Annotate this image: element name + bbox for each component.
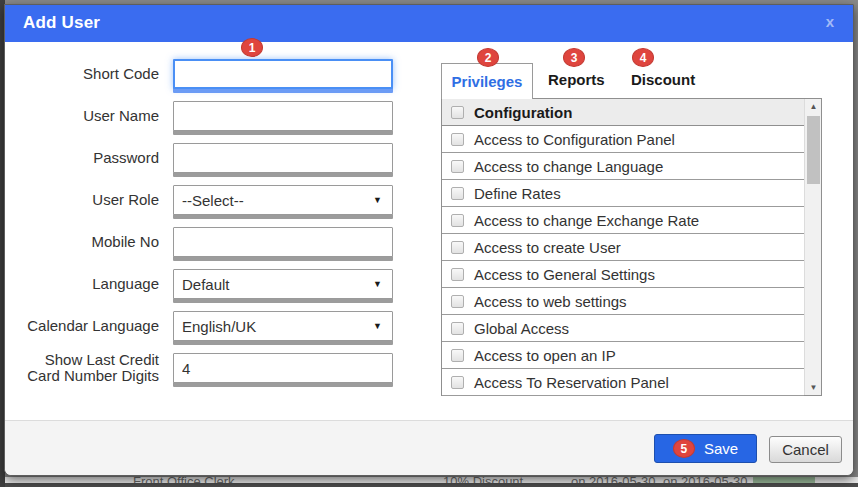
privilege-label: Access to change Exchange Rate	[474, 212, 699, 229]
form-row-user-name: User Name	[11, 95, 431, 137]
group-header-label: Configuration	[474, 104, 572, 121]
scroll-down-icon[interactable]: ▼	[805, 380, 822, 395]
step-badge-1: 1	[241, 38, 263, 57]
password-label: Password	[11, 150, 173, 167]
form-row-credit-card-digits: Show Last Credit Card Number Digits	[11, 347, 431, 389]
tab-reports[interactable]: Reports	[548, 71, 605, 88]
scroll-up-icon[interactable]: ▲	[805, 99, 822, 114]
credit-card-digits-input[interactable]	[173, 353, 393, 383]
privilege-label: Define Rates	[474, 185, 561, 202]
form-row-mobile-no: Mobile No	[11, 221, 431, 263]
user-role-selected-value: --Select--	[182, 192, 373, 209]
dialog-footer: 5 Save Cancel	[5, 420, 853, 475]
scrollbar-thumb[interactable]	[807, 116, 820, 184]
dialog-header: Add User x	[5, 5, 853, 42]
background-row-divider	[5, 483, 858, 487]
list-scrollbar[interactable]: ▲ ▼	[804, 99, 821, 395]
chevron-down-icon: ▼	[373, 279, 384, 289]
calendar-language-selected-value: English/UK	[182, 318, 373, 335]
form-row-short-code: Short Code	[11, 53, 431, 95]
form-row-calendar-language: Calendar Language English/UK ▼	[11, 305, 431, 347]
credit-card-digits-label: Show Last Credit Card Number Digits	[11, 352, 173, 385]
chevron-down-icon: ▼	[373, 195, 384, 205]
form-row-password: Password	[11, 137, 431, 179]
privilege-checkbox[interactable]	[451, 241, 464, 254]
step-badge-4: 4	[632, 48, 654, 67]
calendar-language-select[interactable]: English/UK ▼	[173, 311, 393, 341]
privilege-checkbox[interactable]	[451, 187, 464, 200]
save-button[interactable]: 5 Save	[654, 434, 757, 463]
privilege-label: Access to change Language	[474, 158, 663, 175]
privilege-checkbox[interactable]	[451, 376, 464, 389]
privilege-checkbox[interactable]	[451, 349, 464, 362]
privilege-label: Access to web settings	[474, 293, 627, 310]
list-item: Access to open an IP	[442, 342, 804, 369]
password-input[interactable]	[173, 143, 393, 173]
user-role-label: User Role	[11, 192, 173, 209]
user-role-select[interactable]: --Select-- ▼	[173, 185, 393, 215]
list-item: Define Rates	[442, 180, 804, 207]
list-item: Access to create User	[442, 234, 804, 261]
language-selected-value: Default	[182, 276, 373, 293]
calendar-language-label: Calendar Language	[11, 318, 173, 335]
language-label: Language	[11, 276, 173, 293]
privilege-label: Global Access	[474, 320, 569, 337]
user-name-label: User Name	[11, 108, 173, 125]
list-item: Global Access	[442, 315, 804, 342]
dialog-title: Add User	[23, 13, 100, 33]
cancel-button[interactable]: Cancel	[769, 436, 842, 463]
privilege-label: Access To Reservation Panel	[474, 374, 669, 391]
privilege-checkbox[interactable]	[451, 133, 464, 146]
privilege-label: Access to create User	[474, 239, 621, 256]
short-code-label: Short Code	[11, 66, 173, 83]
step-badge-5: 5	[673, 439, 695, 458]
mobile-no-input[interactable]	[173, 227, 393, 257]
save-button-label: Save	[704, 440, 738, 457]
privilege-label: Access to General Settings	[474, 266, 655, 283]
form-row-user-role: User Role --Select-- ▼	[11, 179, 431, 221]
user-name-input[interactable]	[173, 101, 393, 131]
privilege-checkbox[interactable]	[451, 268, 464, 281]
chevron-down-icon: ▼	[373, 321, 384, 331]
list-item: Access to General Settings	[442, 261, 804, 288]
short-code-input[interactable]	[173, 59, 393, 89]
privilege-checkbox[interactable]	[451, 322, 464, 335]
list-item: Access to Configuration Panel	[442, 126, 804, 153]
cancel-button-label: Cancel	[782, 441, 829, 458]
list-item: Access to change Language	[442, 153, 804, 180]
privilege-label: Access to open an IP	[474, 347, 616, 364]
form-row-language: Language Default ▼	[11, 263, 431, 305]
step-badge-3: 3	[563, 48, 585, 67]
tab-discount[interactable]: Discount	[631, 71, 695, 88]
add-user-dialog: Add User x 1 2 3 4 Short Code User Name …	[4, 4, 854, 476]
privilege-checkbox[interactable]	[451, 214, 464, 227]
tab-privileges[interactable]: Privileges	[441, 63, 533, 99]
language-select[interactable]: Default ▼	[173, 269, 393, 299]
add-user-form: Short Code User Name Password User Role …	[11, 53, 431, 389]
privilege-checkbox[interactable]	[451, 160, 464, 173]
mobile-no-label: Mobile No	[11, 234, 173, 251]
privileges-group-header: Configuration	[442, 99, 804, 126]
privilege-checkbox[interactable]	[451, 295, 464, 308]
privilege-label: Access to Configuration Panel	[474, 131, 675, 148]
list-item: Access to web settings	[442, 288, 804, 315]
configuration-group-checkbox[interactable]	[451, 106, 464, 119]
background-page-row: Front Office Clerk 10% Discount on 2016-…	[5, 477, 858, 487]
list-item: Access To Reservation Panel	[442, 369, 804, 396]
step-badge-2: 2	[477, 48, 499, 67]
privileges-list: Configuration Access to Configuration Pa…	[441, 98, 822, 396]
list-item: Access to change Exchange Rate	[442, 207, 804, 234]
close-icon[interactable]: x	[826, 13, 834, 30]
